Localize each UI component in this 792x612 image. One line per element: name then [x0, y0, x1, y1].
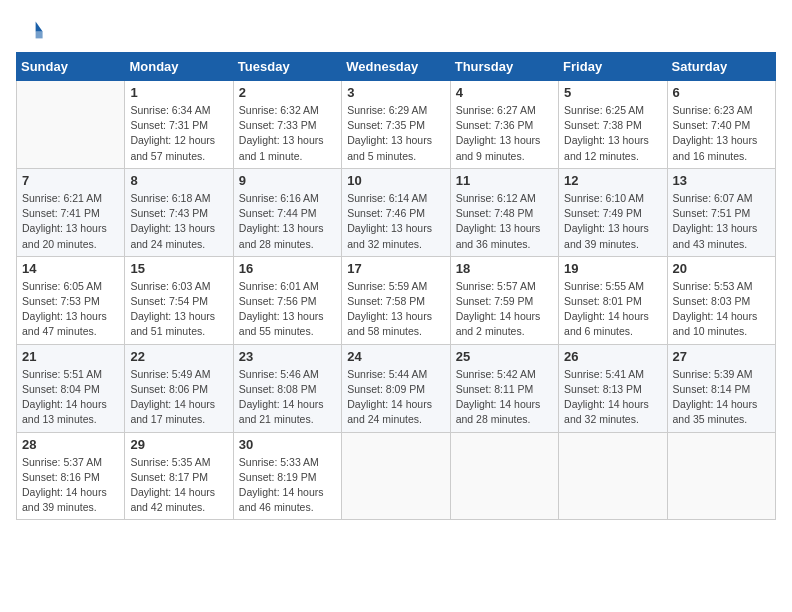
- day-number: 19: [564, 261, 661, 276]
- day-info: Sunrise: 5:46 AM Sunset: 8:08 PM Dayligh…: [239, 367, 336, 428]
- calendar-cell: 11Sunrise: 6:12 AM Sunset: 7:48 PM Dayli…: [450, 168, 558, 256]
- day-info: Sunrise: 6:27 AM Sunset: 7:36 PM Dayligh…: [456, 103, 553, 164]
- day-info: Sunrise: 6:23 AM Sunset: 7:40 PM Dayligh…: [673, 103, 770, 164]
- day-number: 3: [347, 85, 444, 100]
- day-info: Sunrise: 5:57 AM Sunset: 7:59 PM Dayligh…: [456, 279, 553, 340]
- calendar-cell: 4Sunrise: 6:27 AM Sunset: 7:36 PM Daylig…: [450, 81, 558, 169]
- svg-marker-1: [36, 31, 43, 38]
- calendar-cell: 7Sunrise: 6:21 AM Sunset: 7:41 PM Daylig…: [17, 168, 125, 256]
- calendar-cell: 10Sunrise: 6:14 AM Sunset: 7:46 PM Dayli…: [342, 168, 450, 256]
- day-info: Sunrise: 5:53 AM Sunset: 8:03 PM Dayligh…: [673, 279, 770, 340]
- calendar-cell: 6Sunrise: 6:23 AM Sunset: 7:40 PM Daylig…: [667, 81, 775, 169]
- day-info: Sunrise: 6:14 AM Sunset: 7:46 PM Dayligh…: [347, 191, 444, 252]
- calendar-cell: 8Sunrise: 6:18 AM Sunset: 7:43 PM Daylig…: [125, 168, 233, 256]
- calendar-header-row: SundayMondayTuesdayWednesdayThursdayFrid…: [17, 53, 776, 81]
- calendar-cell: 3Sunrise: 6:29 AM Sunset: 7:35 PM Daylig…: [342, 81, 450, 169]
- day-number: 20: [673, 261, 770, 276]
- day-number: 11: [456, 173, 553, 188]
- calendar-week-row: 28Sunrise: 5:37 AM Sunset: 8:16 PM Dayli…: [17, 432, 776, 520]
- day-info: Sunrise: 5:49 AM Sunset: 8:06 PM Dayligh…: [130, 367, 227, 428]
- day-number: 22: [130, 349, 227, 364]
- logo-icon: [16, 16, 44, 44]
- day-number: 15: [130, 261, 227, 276]
- day-number: 4: [456, 85, 553, 100]
- svg-marker-0: [36, 22, 43, 32]
- calendar-cell: 25Sunrise: 5:42 AM Sunset: 8:11 PM Dayli…: [450, 344, 558, 432]
- day-number: 14: [22, 261, 119, 276]
- calendar-cell: 24Sunrise: 5:44 AM Sunset: 8:09 PM Dayli…: [342, 344, 450, 432]
- calendar-cell: [342, 432, 450, 520]
- day-number: 29: [130, 437, 227, 452]
- calendar-header-monday: Monday: [125, 53, 233, 81]
- day-info: Sunrise: 6:07 AM Sunset: 7:51 PM Dayligh…: [673, 191, 770, 252]
- calendar-week-row: 1Sunrise: 6:34 AM Sunset: 7:31 PM Daylig…: [17, 81, 776, 169]
- day-info: Sunrise: 5:59 AM Sunset: 7:58 PM Dayligh…: [347, 279, 444, 340]
- calendar-cell: [559, 432, 667, 520]
- day-number: 21: [22, 349, 119, 364]
- calendar-cell: 2Sunrise: 6:32 AM Sunset: 7:33 PM Daylig…: [233, 81, 341, 169]
- day-info: Sunrise: 6:29 AM Sunset: 7:35 PM Dayligh…: [347, 103, 444, 164]
- day-number: 10: [347, 173, 444, 188]
- calendar-cell: 15Sunrise: 6:03 AM Sunset: 7:54 PM Dayli…: [125, 256, 233, 344]
- calendar-cell: 16Sunrise: 6:01 AM Sunset: 7:56 PM Dayli…: [233, 256, 341, 344]
- day-number: 17: [347, 261, 444, 276]
- day-number: 8: [130, 173, 227, 188]
- calendar-cell: 21Sunrise: 5:51 AM Sunset: 8:04 PM Dayli…: [17, 344, 125, 432]
- day-info: Sunrise: 6:01 AM Sunset: 7:56 PM Dayligh…: [239, 279, 336, 340]
- calendar-cell: 14Sunrise: 6:05 AM Sunset: 7:53 PM Dayli…: [17, 256, 125, 344]
- page-header: [16, 16, 776, 44]
- day-number: 27: [673, 349, 770, 364]
- day-info: Sunrise: 6:05 AM Sunset: 7:53 PM Dayligh…: [22, 279, 119, 340]
- calendar-header-saturday: Saturday: [667, 53, 775, 81]
- day-number: 7: [22, 173, 119, 188]
- logo: [16, 16, 48, 44]
- day-info: Sunrise: 5:33 AM Sunset: 8:19 PM Dayligh…: [239, 455, 336, 516]
- day-info: Sunrise: 5:37 AM Sunset: 8:16 PM Dayligh…: [22, 455, 119, 516]
- day-number: 6: [673, 85, 770, 100]
- calendar-cell: 28Sunrise: 5:37 AM Sunset: 8:16 PM Dayli…: [17, 432, 125, 520]
- calendar-header-sunday: Sunday: [17, 53, 125, 81]
- day-info: Sunrise: 5:35 AM Sunset: 8:17 PM Dayligh…: [130, 455, 227, 516]
- calendar-header-friday: Friday: [559, 53, 667, 81]
- calendar-cell: 27Sunrise: 5:39 AM Sunset: 8:14 PM Dayli…: [667, 344, 775, 432]
- calendar-cell: [667, 432, 775, 520]
- day-info: Sunrise: 6:25 AM Sunset: 7:38 PM Dayligh…: [564, 103, 661, 164]
- calendar-cell: 17Sunrise: 5:59 AM Sunset: 7:58 PM Dayli…: [342, 256, 450, 344]
- calendar-week-row: 14Sunrise: 6:05 AM Sunset: 7:53 PM Dayli…: [17, 256, 776, 344]
- day-info: Sunrise: 6:32 AM Sunset: 7:33 PM Dayligh…: [239, 103, 336, 164]
- day-info: Sunrise: 5:39 AM Sunset: 8:14 PM Dayligh…: [673, 367, 770, 428]
- day-number: 25: [456, 349, 553, 364]
- day-info: Sunrise: 5:44 AM Sunset: 8:09 PM Dayligh…: [347, 367, 444, 428]
- day-number: 26: [564, 349, 661, 364]
- day-info: Sunrise: 6:03 AM Sunset: 7:54 PM Dayligh…: [130, 279, 227, 340]
- day-number: 2: [239, 85, 336, 100]
- calendar-week-row: 7Sunrise: 6:21 AM Sunset: 7:41 PM Daylig…: [17, 168, 776, 256]
- calendar-cell: 23Sunrise: 5:46 AM Sunset: 8:08 PM Dayli…: [233, 344, 341, 432]
- day-info: Sunrise: 6:18 AM Sunset: 7:43 PM Dayligh…: [130, 191, 227, 252]
- day-info: Sunrise: 6:34 AM Sunset: 7:31 PM Dayligh…: [130, 103, 227, 164]
- day-info: Sunrise: 6:12 AM Sunset: 7:48 PM Dayligh…: [456, 191, 553, 252]
- day-info: Sunrise: 6:21 AM Sunset: 7:41 PM Dayligh…: [22, 191, 119, 252]
- calendar-cell: 26Sunrise: 5:41 AM Sunset: 8:13 PM Dayli…: [559, 344, 667, 432]
- calendar-cell: [17, 81, 125, 169]
- day-number: 24: [347, 349, 444, 364]
- calendar-cell: 12Sunrise: 6:10 AM Sunset: 7:49 PM Dayli…: [559, 168, 667, 256]
- calendar-cell: 30Sunrise: 5:33 AM Sunset: 8:19 PM Dayli…: [233, 432, 341, 520]
- calendar-cell: 5Sunrise: 6:25 AM Sunset: 7:38 PM Daylig…: [559, 81, 667, 169]
- day-info: Sunrise: 5:55 AM Sunset: 8:01 PM Dayligh…: [564, 279, 661, 340]
- calendar-cell: 19Sunrise: 5:55 AM Sunset: 8:01 PM Dayli…: [559, 256, 667, 344]
- calendar-week-row: 21Sunrise: 5:51 AM Sunset: 8:04 PM Dayli…: [17, 344, 776, 432]
- day-info: Sunrise: 6:16 AM Sunset: 7:44 PM Dayligh…: [239, 191, 336, 252]
- calendar-header-tuesday: Tuesday: [233, 53, 341, 81]
- calendar-cell: [450, 432, 558, 520]
- day-info: Sunrise: 5:42 AM Sunset: 8:11 PM Dayligh…: [456, 367, 553, 428]
- calendar-header-wednesday: Wednesday: [342, 53, 450, 81]
- day-number: 18: [456, 261, 553, 276]
- day-number: 5: [564, 85, 661, 100]
- calendar-cell: 20Sunrise: 5:53 AM Sunset: 8:03 PM Dayli…: [667, 256, 775, 344]
- calendar-cell: 18Sunrise: 5:57 AM Sunset: 7:59 PM Dayli…: [450, 256, 558, 344]
- day-number: 30: [239, 437, 336, 452]
- day-info: Sunrise: 6:10 AM Sunset: 7:49 PM Dayligh…: [564, 191, 661, 252]
- day-number: 16: [239, 261, 336, 276]
- calendar-cell: 9Sunrise: 6:16 AM Sunset: 7:44 PM Daylig…: [233, 168, 341, 256]
